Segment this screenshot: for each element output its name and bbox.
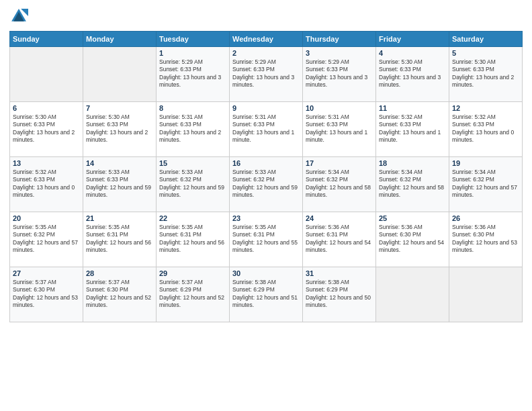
weekday-tuesday: Tuesday [157,32,230,47]
calendar-cell: 1Sunrise: 5:29 AM Sunset: 6:33 PM Daylig… [157,47,230,102]
day-info: Sunrise: 5:35 AM Sunset: 6:32 PM Dayligh… [13,224,80,255]
day-number: 28 [86,269,153,277]
calendar-cell: 30Sunrise: 5:38 AM Sunset: 6:29 PM Dayli… [230,267,303,322]
day-number: 29 [159,269,226,277]
day-number: 10 [306,104,373,112]
weekday-thursday: Thursday [303,32,376,47]
day-info: Sunrise: 5:35 AM Sunset: 6:31 PM Dayligh… [159,224,226,255]
calendar-cell: 18Sunrise: 5:34 AM Sunset: 6:32 PM Dayli… [376,157,449,212]
calendar-cell: 27Sunrise: 5:37 AM Sunset: 6:30 PM Dayli… [10,267,83,322]
calendar-cell: 3Sunrise: 5:29 AM Sunset: 6:33 PM Daylig… [303,47,376,102]
day-number: 3 [306,49,373,57]
calendar-cell: 15Sunrise: 5:33 AM Sunset: 6:32 PM Dayli… [157,157,230,212]
calendar-cell: 26Sunrise: 5:36 AM Sunset: 6:30 PM Dayli… [449,212,523,267]
day-number: 22 [159,214,226,222]
calendar-body: 1Sunrise: 5:29 AM Sunset: 6:33 PM Daylig… [10,47,523,322]
day-number: 23 [232,214,300,222]
week-row-1: 1Sunrise: 5:29 AM Sunset: 6:33 PM Daylig… [10,47,523,102]
calendar-cell: 21Sunrise: 5:35 AM Sunset: 6:31 PM Dayli… [83,212,157,267]
weekday-saturday: Saturday [449,32,523,47]
calendar-cell: 8Sunrise: 5:31 AM Sunset: 6:33 PM Daylig… [157,102,230,157]
day-info: Sunrise: 5:32 AM Sunset: 6:33 PM Dayligh… [379,113,446,144]
day-info: Sunrise: 5:30 AM Sunset: 6:33 PM Dayligh… [13,113,80,144]
calendar-cell: 13Sunrise: 5:32 AM Sunset: 6:33 PM Dayli… [10,157,83,212]
calendar-cell: 7Sunrise: 5:30 AM Sunset: 6:33 PM Daylig… [83,102,157,157]
calendar-cell: 22Sunrise: 5:35 AM Sunset: 6:31 PM Dayli… [157,212,230,267]
weekday-sunday: Sunday [10,32,83,47]
day-info: Sunrise: 5:37 AM Sunset: 6:29 PM Dayligh… [159,279,226,310]
calendar-cell: 28Sunrise: 5:37 AM Sunset: 6:30 PM Dayli… [83,267,157,322]
day-number: 31 [306,269,373,277]
calendar-cell: 24Sunrise: 5:36 AM Sunset: 6:31 PM Dayli… [303,212,376,267]
day-info: Sunrise: 5:32 AM Sunset: 6:33 PM Dayligh… [13,169,80,199]
day-info: Sunrise: 5:29 AM Sunset: 6:33 PM Dayligh… [159,58,226,89]
logo-icon [9,7,28,26]
day-info: Sunrise: 5:38 AM Sunset: 6:29 PM Dayligh… [232,279,300,310]
day-number: 25 [379,214,446,222]
calendar-cell: 14Sunrise: 5:33 AM Sunset: 6:33 PM Dayli… [83,157,157,212]
header [9,7,523,26]
day-number: 9 [232,104,300,112]
calendar-cell: 4Sunrise: 5:30 AM Sunset: 6:33 PM Daylig… [376,47,449,102]
calendar-cell: 12Sunrise: 5:32 AM Sunset: 6:33 PM Dayli… [449,102,523,157]
logo [9,7,31,26]
calendar-cell: 19Sunrise: 5:34 AM Sunset: 6:32 PM Dayli… [449,157,523,212]
calendar-cell: 23Sunrise: 5:35 AM Sunset: 6:31 PM Dayli… [230,212,303,267]
day-number: 26 [452,214,519,222]
week-row-4: 20Sunrise: 5:35 AM Sunset: 6:32 PM Dayli… [10,212,523,267]
calendar-cell: 20Sunrise: 5:35 AM Sunset: 6:32 PM Dayli… [10,212,83,267]
day-info: Sunrise: 5:31 AM Sunset: 6:33 PM Dayligh… [232,113,300,144]
day-info: Sunrise: 5:31 AM Sunset: 6:33 PM Dayligh… [306,113,373,144]
day-info: Sunrise: 5:36 AM Sunset: 6:30 PM Dayligh… [452,224,519,255]
day-info: Sunrise: 5:31 AM Sunset: 6:33 PM Dayligh… [159,113,226,144]
weekday-wednesday: Wednesday [230,32,303,47]
day-info: Sunrise: 5:36 AM Sunset: 6:31 PM Dayligh… [306,224,373,255]
day-number: 5 [452,49,519,57]
day-info: Sunrise: 5:35 AM Sunset: 6:31 PM Dayligh… [232,224,300,255]
day-number: 8 [159,104,226,112]
day-number: 19 [452,159,519,167]
calendar-cell: 16Sunrise: 5:33 AM Sunset: 6:32 PM Dayli… [230,157,303,212]
calendar-cell: 6Sunrise: 5:30 AM Sunset: 6:33 PM Daylig… [10,102,83,157]
weekday-friday: Friday [376,32,449,47]
day-number: 12 [452,104,519,112]
day-number: 6 [13,104,80,112]
week-row-5: 27Sunrise: 5:37 AM Sunset: 6:30 PM Dayli… [10,267,523,322]
calendar-page: SundayMondayTuesdayWednesdayThursdayFrid… [0,0,532,411]
day-info: Sunrise: 5:32 AM Sunset: 6:33 PM Dayligh… [452,113,519,144]
day-info: Sunrise: 5:35 AM Sunset: 6:31 PM Dayligh… [86,224,153,255]
day-info: Sunrise: 5:37 AM Sunset: 6:30 PM Dayligh… [86,279,153,310]
day-number: 4 [379,49,446,57]
weekday-header-row: SundayMondayTuesdayWednesdayThursdayFrid… [10,32,523,47]
calendar-cell: 11Sunrise: 5:32 AM Sunset: 6:33 PM Dayli… [376,102,449,157]
calendar-cell [449,267,523,322]
day-info: Sunrise: 5:30 AM Sunset: 6:33 PM Dayligh… [86,113,153,144]
calendar-cell: 9Sunrise: 5:31 AM Sunset: 6:33 PM Daylig… [230,102,303,157]
day-number: 2 [232,49,300,57]
calendar-cell: 5Sunrise: 5:30 AM Sunset: 6:33 PM Daylig… [449,47,523,102]
calendar-table: SundayMondayTuesdayWednesdayThursdayFrid… [9,31,523,322]
day-number: 14 [86,159,153,167]
weekday-monday: Monday [83,32,157,47]
day-number: 24 [306,214,373,222]
day-info: Sunrise: 5:37 AM Sunset: 6:30 PM Dayligh… [13,279,80,310]
day-info: Sunrise: 5:33 AM Sunset: 6:32 PM Dayligh… [159,169,226,199]
calendar-cell [376,267,449,322]
day-number: 15 [159,159,226,167]
calendar-cell [10,47,83,102]
day-info: Sunrise: 5:38 AM Sunset: 6:29 PM Dayligh… [306,279,373,310]
day-info: Sunrise: 5:30 AM Sunset: 6:33 PM Dayligh… [452,58,519,89]
calendar-cell: 17Sunrise: 5:34 AM Sunset: 6:32 PM Dayli… [303,157,376,212]
day-number: 18 [379,159,446,167]
day-info: Sunrise: 5:34 AM Sunset: 6:32 PM Dayligh… [452,169,519,199]
day-info: Sunrise: 5:34 AM Sunset: 6:32 PM Dayligh… [306,169,373,199]
day-number: 17 [306,159,373,167]
week-row-3: 13Sunrise: 5:32 AM Sunset: 6:33 PM Dayli… [10,157,523,212]
day-number: 11 [379,104,446,112]
day-info: Sunrise: 5:30 AM Sunset: 6:33 PM Dayligh… [379,58,446,89]
calendar-cell: 10Sunrise: 5:31 AM Sunset: 6:33 PM Dayli… [303,102,376,157]
calendar-header: SundayMondayTuesdayWednesdayThursdayFrid… [10,32,523,47]
day-info: Sunrise: 5:34 AM Sunset: 6:32 PM Dayligh… [379,169,446,199]
day-info: Sunrise: 5:33 AM Sunset: 6:33 PM Dayligh… [86,169,153,199]
day-number: 1 [159,49,226,57]
